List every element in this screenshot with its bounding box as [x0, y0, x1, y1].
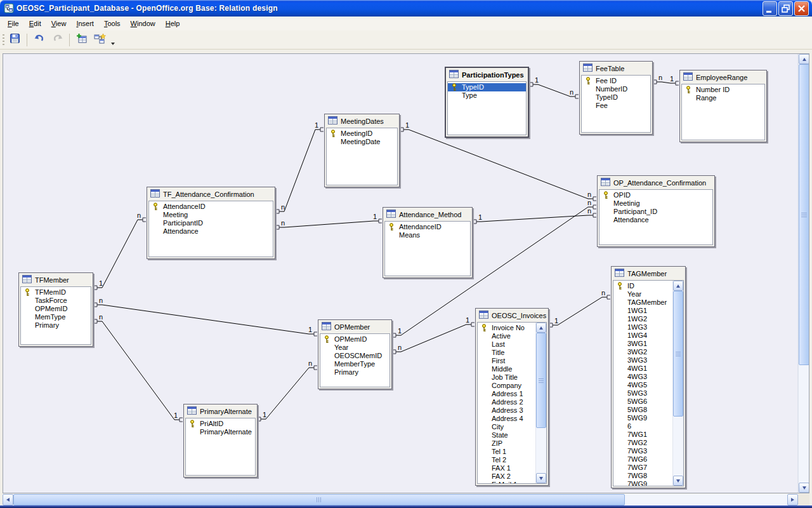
- menu-tools[interactable]: Tools: [99, 18, 126, 29]
- scroll-thumb[interactable]: [799, 64, 809, 365]
- field-ParticipantID[interactable]: ParticipantID: [149, 219, 273, 227]
- field-Meeting[interactable]: Meeting: [149, 211, 273, 219]
- scroll-thumb[interactable]: [673, 291, 683, 417]
- field-OPMemID[interactable]: OPMemID: [320, 335, 390, 344]
- close-button[interactable]: [794, 1, 809, 16]
- relation-Attendance_Method-TF_Attendance_Confirmation[interactable]: 1n: [276, 213, 382, 229]
- table-header[interactable]: PrimaryAlternate: [184, 404, 257, 418]
- field-NumberID[interactable]: NumberID: [582, 85, 650, 93]
- scroll-track[interactable]: [13, 494, 787, 505]
- new-relation-button[interactable]: [91, 32, 108, 48]
- field-TypeID[interactable]: TypeID: [448, 83, 526, 91]
- field-OEOSCMemID[interactable]: OEOSCMemID: [320, 352, 390, 360]
- minimize-button[interactable]: [763, 1, 777, 16]
- field-OPID[interactable]: OPID: [599, 191, 712, 199]
- field-Participant_ID[interactable]: Participant_ID: [599, 208, 712, 216]
- field-AttendanceID[interactable]: AttendanceID: [149, 203, 273, 211]
- vertical-scrollbar[interactable]: [672, 281, 683, 486]
- table-ParticipationTypes[interactable]: ParticipationTypesTypeIDType: [445, 67, 529, 138]
- table-header[interactable]: FeeTable: [580, 62, 652, 75]
- table-TF_Attendance_Confirmation[interactable]: TF_Attendance_ConfirmationAttendanceIDMe…: [147, 187, 275, 259]
- scroll-down-button[interactable]: [673, 476, 683, 486]
- toolbar-overflow-button[interactable]: [109, 32, 116, 48]
- field-Primary[interactable]: Primary: [320, 368, 390, 377]
- title-bar[interactable]: OEOSC_Participant_Database - OpenOffice.…: [0, 0, 812, 17]
- field-Fee-ID[interactable]: Fee ID: [582, 77, 650, 85]
- relation-FeeTable-EmployeeRange[interactable]: n1: [653, 74, 679, 85]
- relation-canvas[interactable]: 1nn11n1n1n1n1n1nn1n11nn11n Participation…: [3, 53, 809, 493]
- field-Number-ID[interactable]: Number ID: [682, 86, 764, 94]
- table-EmployeeRange[interactable]: EmployeeRangeNumber IDRange: [679, 70, 767, 142]
- scroll-track[interactable]: [673, 291, 683, 476]
- table-TAGMember[interactable]: TAGMemberIDYearTAGMember1WG11WG21WG31WG4…: [611, 266, 686, 488]
- menu-insert[interactable]: Insert: [71, 18, 99, 29]
- relation-PrimaryAlternate-OPMember[interactable]: 1n: [258, 359, 317, 421]
- table-header[interactable]: ParticipationTypes: [446, 68, 528, 81]
- canvas-vertical-scrollbar[interactable]: [797, 54, 809, 493]
- field-Meetinig[interactable]: Meetinig: [599, 199, 712, 208]
- table-header[interactable]: TF_Attendance_Confirmation: [147, 187, 275, 201]
- field-MemType[interactable]: MemType: [21, 313, 91, 321]
- field-Fee[interactable]: Fee: [582, 102, 650, 110]
- field-Attendance[interactable]: Attendance: [149, 227, 273, 236]
- table-FeeTable[interactable]: FeeTableFee IDNumberIDTypeIDFee: [579, 61, 653, 135]
- table-PrimaryAlternate[interactable]: PrimaryAlternatePriAltIDPrimaryAlternate: [183, 404, 258, 478]
- undo-button[interactable]: [30, 32, 48, 48]
- vertical-scrollbar[interactable]: [535, 323, 546, 483]
- scroll-track[interactable]: [536, 333, 546, 473]
- menu-view[interactable]: View: [46, 18, 72, 29]
- table-header[interactable]: OPMember: [318, 320, 391, 333]
- field-Range[interactable]: Range: [682, 94, 764, 102]
- table-header[interactable]: OP_Attendance_Confirmation: [598, 176, 714, 189]
- scroll-down-button[interactable]: [536, 473, 546, 483]
- menu-edit[interactable]: Edit: [24, 18, 46, 29]
- field-Type[interactable]: Type: [448, 91, 526, 100]
- scroll-thumb[interactable]: [536, 333, 546, 428]
- table-OPMember[interactable]: OPMemberOPMemIDYearOEOSCMemIDMemberTypeP…: [318, 319, 392, 389]
- scroll-up-button[interactable]: [673, 281, 683, 291]
- table-OEOSC_Invoices[interactable]: OEOSC_InvoicesInvoice NoActiveLastTitleF…: [475, 308, 549, 486]
- scroll-up-button[interactable]: [536, 323, 546, 333]
- restore-button[interactable]: [778, 1, 793, 16]
- field-TFMemID[interactable]: TFMemID: [21, 288, 91, 297]
- table-header[interactable]: TAGMember: [612, 267, 685, 280]
- field-TypeID[interactable]: TypeID: [582, 93, 650, 102]
- field-Attendance[interactable]: Attendance: [599, 216, 712, 224]
- menu-help[interactable]: Help: [160, 18, 185, 29]
- table-OP_Attendance_Confirmation[interactable]: OP_Attendance_ConfirmationOPIDMeetinigPa…: [597, 175, 715, 247]
- relation-TFMember-TF_Attendance_Confirmation[interactable]: 1n: [94, 211, 146, 290]
- field-MeetingID[interactable]: MeetingID: [327, 130, 397, 138]
- scroll-down-button[interactable]: [799, 483, 809, 493]
- menu-window[interactable]: Window: [126, 18, 160, 29]
- field-MeetingDate[interactable]: MeetingDate: [327, 138, 397, 146]
- field-Means[interactable]: Means: [385, 231, 470, 239]
- relation-MeetingDates-TF_Attendance_Confirmation[interactable]: 1n: [276, 121, 324, 213]
- toolbar-drag-handle[interactable]: [1, 33, 6, 47]
- menu-file[interactable]: File: [3, 18, 24, 29]
- table-header[interactable]: EmployeeRange: [680, 70, 766, 84]
- relation-ParticipationTypes-FeeTable[interactable]: 1n: [530, 76, 579, 98]
- relation-Attendance_Method-OP_Attendance_Confirmation[interactable]: 1n: [473, 207, 596, 224]
- scroll-track[interactable]: [799, 64, 809, 483]
- add-table-button[interactable]: [73, 32, 90, 48]
- save-button[interactable]: [6, 32, 23, 48]
- relation-TFMember-OPMember[interactable]: n1: [94, 297, 317, 336]
- table-header[interactable]: TFMember: [19, 273, 93, 286]
- table-MeetingDates[interactable]: MeetingDatesMeetingIDMeetingDate: [324, 114, 400, 187]
- scroll-right-button[interactable]: [787, 494, 798, 505]
- table-header[interactable]: OEOSC_Invoices: [476, 309, 548, 322]
- field-Year[interactable]: Year: [320, 344, 390, 352]
- field-Primary[interactable]: Primary: [21, 321, 91, 330]
- scroll-thumb[interactable]: [13, 494, 625, 505]
- field-PrimaryAlternate[interactable]: PrimaryAlternate: [186, 428, 255, 436]
- field-TaskForce[interactable]: TaskForce: [21, 297, 91, 305]
- field-PriAltID[interactable]: PriAltID: [186, 420, 255, 428]
- field-AttendanceID[interactable]: AttendanceID: [385, 223, 470, 231]
- vertical-scrollbar[interactable]: [798, 54, 809, 493]
- table-TFMember[interactable]: TFMemberTFMemIDTaskForceOPMemIDMemTypePr…: [18, 272, 93, 347]
- relation-TFMember-PrimaryAlternate[interactable]: n1: [94, 313, 183, 422]
- canvas-horizontal-scrollbar[interactable]: [3, 494, 798, 505]
- table-header[interactable]: MeetingDates: [325, 114, 399, 128]
- field-MemberType[interactable]: MemberType: [320, 360, 390, 368]
- relation-OPMember-OEOSC_Invoices[interactable]: n1: [393, 316, 475, 354]
